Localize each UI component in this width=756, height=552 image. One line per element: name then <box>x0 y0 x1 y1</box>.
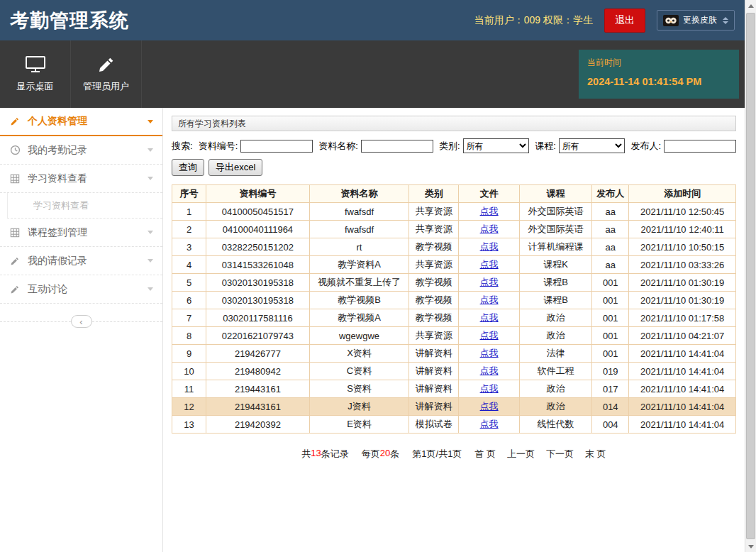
publisher-label: 发布人: <box>630 140 661 153</box>
scroll-down-button[interactable] <box>745 541 756 552</box>
table-row[interactable]: 13219420392E资料模拟试卷点我线性代数0042021/11/10 14… <box>172 416 736 434</box>
cell-category: 讲解资料 <box>409 345 459 363</box>
file-link[interactable]: 点我 <box>480 419 499 429</box>
cell-course: 政治 <box>519 398 591 416</box>
table-row[interactable]: 11219443161S资料讲解资料点我政治0172021/11/10 14:4… <box>172 380 736 398</box>
table-row[interactable]: 104100050451517fwafsdf共享资源点我外交国际英语aa2021… <box>172 203 736 221</box>
search-prefix-label: 搜索: <box>172 140 193 153</box>
material-name-input[interactable] <box>361 140 433 153</box>
table-row[interactable]: 703020117581116教学视频A教学视频点我政治0012021/11/1… <box>172 309 736 327</box>
materials-table: 序号资料编号资料名称类别文件课程发布人添加时间 104100050451517f… <box>172 184 736 434</box>
current-user-info: 当前用户：009 权限：学生 <box>474 14 593 27</box>
last-page-link[interactable]: 末 页 <box>585 448 606 460</box>
file-link[interactable]: 点我 <box>480 365 499 376</box>
current-time-value: 2024-11-14 01:41:54 PM <box>587 76 730 87</box>
cell-file: 点我 <box>459 345 519 363</box>
table-row[interactable]: 802201621079743wgewgwe共享资源点我政治0012021/11… <box>172 327 736 345</box>
cell-code: 219426777 <box>206 345 310 363</box>
admin-user-button[interactable]: 管理员用户 <box>71 40 142 108</box>
table-row[interactable]: 12219443161J资料讲解资料点我政治0142021/11/10 14:4… <box>172 398 736 416</box>
category-select[interactable]: 所有 <box>463 138 530 153</box>
sidebar-item-study-materials[interactable]: 学习资料查看 <box>0 165 162 193</box>
cell-publisher: aa <box>592 221 629 238</box>
app-window: 考勤管理系统 当前用户：009 权限：学生 退出 <box>0 0 756 552</box>
cell-index: 5 <box>172 274 206 292</box>
scrollbar-thumb[interactable] <box>746 13 755 539</box>
scrollbar-track[interactable] <box>745 11 756 541</box>
file-link[interactable]: 点我 <box>480 401 499 412</box>
cell-file: 点我 <box>459 398 519 416</box>
table-row[interactable]: 10219480942C资料讲解资料点我软件工程0192021/11/10 14… <box>172 363 736 380</box>
sidebar-item-personal-profile[interactable]: 个人资料管理 <box>0 108 162 136</box>
file-link[interactable]: 点我 <box>480 206 499 216</box>
chevron-down-icon <box>148 148 153 152</box>
file-link[interactable]: 点我 <box>480 294 499 305</box>
cell-publisher: 001 <box>592 292 629 309</box>
query-button[interactable]: 查询 <box>172 159 204 176</box>
export-excel-button[interactable]: 导出excel <box>209 159 262 176</box>
file-link[interactable]: 点我 <box>480 312 499 323</box>
per-page: 每页20条 <box>362 448 399 460</box>
sidebar-item-attendance-records[interactable]: 我的考勤记录 <box>0 136 162 165</box>
cell-publisher: 001 <box>592 327 629 345</box>
cell-file: 点我 <box>459 292 519 309</box>
material-code-input[interactable] <box>240 140 313 153</box>
column-header: 序号 <box>172 185 206 203</box>
table-row[interactable]: 403141533261048教学资料A共享资源点我课程Kaa2021/11/1… <box>172 256 736 274</box>
cell-name: fwafsdf <box>309 221 409 238</box>
cell-name: 教学视频B <box>309 292 409 309</box>
cell-name: wgewgwe <box>309 327 409 345</box>
show-desktop-button[interactable]: 显示桌面 <box>0 40 71 108</box>
sidebar-item-discussion[interactable]: 互动讨论 <box>0 275 162 304</box>
file-link[interactable]: 点我 <box>480 277 499 287</box>
sidebar-item-course-signin[interactable]: 课程签到管理 <box>0 219 162 247</box>
first-page-link[interactable]: 首 页 <box>474 448 496 460</box>
cell-added-time: 2021/11/10 01:17:58 <box>629 309 736 327</box>
table-row[interactable]: 204100040111964fwafsdf共享资源点我外交国际英语aa2021… <box>172 221 736 238</box>
file-link[interactable]: 点我 <box>480 330 499 341</box>
change-skin-button[interactable]: 更换皮肤 <box>657 10 735 31</box>
cell-name: S资料 <box>309 380 409 398</box>
cell-added-time: 2021/11/10 14:41:04 <box>629 416 736 434</box>
cell-added-time: 2021/11/10 01:30:19 <box>629 292 736 309</box>
file-link[interactable]: 点我 <box>480 259 499 270</box>
sidebar-item-leave-records[interactable]: 我的请假记录 <box>0 247 162 275</box>
cell-code: 03020130195318 <box>206 292 310 309</box>
cell-course: 政治 <box>519 380 591 398</box>
cell-added-time: 2021/11/10 01:30:19 <box>629 274 736 292</box>
cell-file: 点我 <box>459 309 519 327</box>
cell-index: 4 <box>172 256 206 274</box>
prev-page-link[interactable]: 上一页 <box>507 448 535 460</box>
pencil-icon <box>9 255 21 267</box>
cell-publisher: 001 <box>592 274 629 292</box>
sidebar-subitem-study-materials-view[interactable]: 学习资料查看 <box>7 193 162 219</box>
course-select[interactable]: 所有 <box>559 138 626 153</box>
table-row[interactable]: 303282250151202rt教学视频点我计算机编程课aa2021/11/1… <box>172 238 736 256</box>
file-link[interactable]: 点我 <box>480 241 499 252</box>
cell-course: 课程B <box>519 292 591 309</box>
publisher-input[interactable] <box>664 140 736 153</box>
vertical-scrollbar[interactable] <box>745 0 756 552</box>
cell-category: 共享资源 <box>409 327 459 345</box>
next-page-link[interactable]: 下一页 <box>546 448 574 460</box>
cell-index: 10 <box>172 363 206 380</box>
table-row[interactable]: 9219426777X资料讲解资料点我法律0012021/11/10 14:41… <box>172 345 736 363</box>
table-row[interactable]: 603020130195318教学视频B教学视频点我课程B0012021/11/… <box>172 292 736 309</box>
material-code-label: 资料编号: <box>199 140 238 153</box>
column-header: 课程 <box>519 185 591 203</box>
scroll-up-button[interactable] <box>745 0 756 11</box>
cell-publisher: aa <box>592 256 629 274</box>
file-link[interactable]: 点我 <box>480 223 499 234</box>
cell-index: 13 <box>172 416 206 434</box>
sidebar-collapse-button[interactable]: ‹ <box>71 315 92 328</box>
file-link[interactable]: 点我 <box>480 383 499 394</box>
cell-course: 课程K <box>519 256 591 274</box>
cell-added-time: 2021/11/10 14:41:04 <box>629 380 736 398</box>
logout-button[interactable]: 退出 <box>604 9 645 33</box>
cell-code: 04100050451517 <box>206 203 310 221</box>
file-link[interactable]: 点我 <box>480 348 499 358</box>
table-row[interactable]: 503020130195318视频就不重复上传了教学视频点我课程B0012021… <box>172 274 736 292</box>
cell-file: 点我 <box>459 238 519 256</box>
cell-name: 教学视频A <box>309 309 409 327</box>
cell-course: 线性代数 <box>519 416 591 434</box>
